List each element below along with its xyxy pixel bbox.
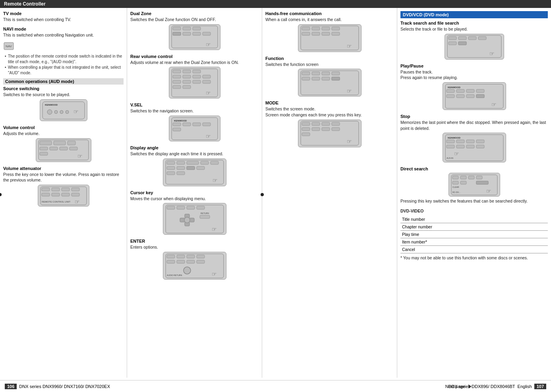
svg-text:RC-DV...: RC-DV...: [452, 191, 460, 193]
svg-rect-134: [468, 37, 476, 40]
svg-rect-108: [332, 32, 340, 35]
volume-attenuator-title: Volume attenuator: [3, 166, 124, 171]
next-page-link[interactable]: Next page: [445, 384, 472, 389]
right-lang-label: English: [518, 384, 532, 389]
svg-rect-114: [332, 72, 340, 75]
svg-rect-73: [177, 172, 185, 175]
svg-text:☞: ☞: [75, 199, 80, 205]
stop-title: Stop: [400, 114, 548, 119]
direct-search-text: Pressing this key switches the features …: [400, 198, 548, 204]
svg-rect-112: [312, 72, 320, 75]
svg-rect-118: [332, 77, 340, 80]
svg-rect-43: [173, 75, 181, 78]
svg-point-5: [54, 110, 58, 114]
svg-rect-10: [40, 141, 52, 145]
svg-rect-17: [40, 152, 48, 155]
remote-svg-14: KENWOOD ☞: [445, 83, 504, 109]
play-pause-remote: KENWOOD ☞: [443, 82, 506, 110]
play-pause-title: Play/Pause: [400, 64, 548, 68]
svg-rect-60: [173, 128, 181, 131]
svg-rect-72: [167, 172, 175, 175]
function-text: Switches the function screen: [265, 62, 394, 68]
source-switching-remote: KENWOOD ☞: [40, 99, 87, 121]
svg-rect-47: [173, 80, 181, 83]
tv-mode-title: TV mode: [3, 11, 124, 16]
next-page-label: Next page: [445, 384, 465, 389]
svg-text:☞: ☞: [491, 101, 497, 108]
remote-svg-13: ☞: [447, 35, 502, 58]
svg-point-84: [184, 217, 190, 223]
source-switching-title: Source switching: [3, 86, 124, 91]
mode-text: Switches the screen mode. Screen mode ch…: [265, 106, 394, 118]
svg-rect-51: [173, 85, 181, 89]
svg-rect-57: [183, 123, 191, 126]
svg-rect-128: [332, 127, 340, 131]
volume-control-block: Volume control Adjusts the volume. ☞: [3, 125, 124, 162]
svg-rect-33: [193, 27, 201, 30]
svg-rect-126: [312, 127, 320, 131]
svg-rect-124: [332, 122, 340, 126]
remote-svg-15: KENWOOD ☞ AUX-IN: [445, 134, 504, 162]
display-angle-title: Display angle: [130, 145, 259, 150]
track-search-remote: ☞: [445, 34, 504, 60]
tv-mode-text: This is switched when controlling TV.: [3, 17, 124, 23]
svg-rect-58: [193, 123, 201, 126]
navi-icon-svg: NAV: [3, 42, 14, 50]
cursor-key-text: Moves the cursor when displaying menu.: [130, 196, 259, 202]
svg-rect-48: [183, 80, 191, 83]
left-page-number: 106: [5, 384, 17, 389]
svg-rect-79: [197, 206, 205, 209]
vsel-text: Switches to the navigation screen.: [130, 108, 259, 114]
display-angle-block: Display angle Switches the display angle…: [130, 145, 259, 186]
svg-rect-103: [322, 27, 330, 30]
svg-rect-165: [468, 176, 474, 179]
common-ops-header: Common operations (AUD mode): [3, 78, 124, 85]
svg-rect-129: [302, 133, 310, 136]
footnote: * You may not be able to use this functi…: [400, 255, 548, 261]
mode-block: MODE Switches the screen mode. Screen mo…: [265, 100, 394, 147]
source-switching-text: Switches to the source to be played.: [3, 92, 124, 98]
direct-search-remote: CLEAR ☞ RC-DV...: [449, 173, 500, 197]
svg-rect-104: [332, 27, 340, 30]
svg-rect-92: [197, 255, 205, 258]
svg-rect-148: [476, 95, 484, 98]
svg-rect-158: [466, 145, 474, 148]
svg-rect-11: [54, 141, 66, 145]
item-number-cell: Item number*: [400, 238, 548, 245]
svg-rect-46: [203, 75, 211, 78]
dual-zone-title: Dual Zone: [130, 11, 259, 16]
svg-rect-144: [476, 89, 484, 93]
navi-mode-title: NAVI mode: [3, 27, 124, 31]
enter-title: ENTER: [130, 239, 259, 243]
table-row: Cancel: [400, 245, 548, 253]
volume-control-title: Volume control: [3, 125, 124, 130]
svg-text:KENWOOD: KENWOOD: [174, 120, 187, 122]
remote-svg-11: ☞: [300, 70, 360, 96]
svg-rect-122: [312, 122, 320, 126]
function-block: Function Switches the function screen ☞: [265, 56, 394, 97]
svg-rect-90: [177, 255, 185, 258]
svg-rect-133: [458, 37, 466, 40]
dvd-section-label: DVD/VCD (DVD mode): [403, 12, 449, 17]
bullet-item-1: The position of the remote control mode …: [5, 54, 124, 65]
column-2: Dual Zone Switches the Dual Zone functio…: [127, 8, 262, 378]
svg-rect-23: [72, 188, 79, 191]
dvd-section-header: DVD/VCD (DVD mode): [400, 11, 548, 18]
column-1: TV mode This is switched when controllin…: [0, 8, 127, 378]
display-angle-text: Switches the display angle each time it …: [130, 151, 259, 157]
table-row: Item number*: [400, 238, 548, 245]
svg-rect-14: [50, 147, 58, 150]
remote-svg-16: CLEAR ☞ RC-DV...: [450, 174, 498, 196]
svg-text:AUDIO RETURN: AUDIO RETURN: [167, 274, 182, 276]
rear-volume-text: Adjusts volume at rear when the Dual Zon…: [130, 60, 259, 66]
svg-rect-147: [466, 95, 474, 98]
svg-rect-167: [452, 181, 458, 184]
rear-volume-remote: ☞: [169, 67, 220, 98]
svg-rect-70: [187, 166, 195, 170]
navi-mode-block: NAVI mode This is switched when controll…: [3, 27, 124, 38]
remote-svg-12: ☞: [300, 120, 360, 146]
svg-rect-115: [302, 77, 310, 80]
svg-rect-59: [203, 123, 211, 126]
svg-rect-12: [68, 141, 75, 145]
svg-rect-71: [197, 166, 205, 170]
